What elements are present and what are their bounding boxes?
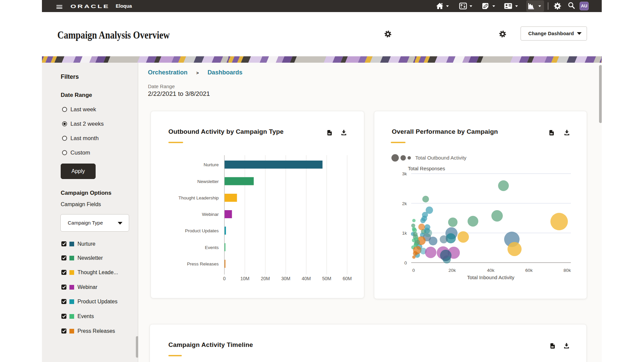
svg-text:Newsletter: Newsletter — [197, 179, 219, 184]
svg-text:Total Inbound Activity: Total Inbound Activity — [467, 275, 515, 280]
svg-text:Product Updates: Product Updates — [185, 228, 219, 233]
svg-text:2k: 2k — [402, 201, 407, 206]
svg-text:40k: 40k — [487, 268, 494, 273]
svg-text:0: 0 — [404, 260, 407, 265]
svg-text:60M: 60M — [342, 276, 352, 281]
svg-text:50M: 50M — [322, 276, 331, 281]
svg-text:20k: 20k — [448, 268, 456, 273]
svg-text:Total Outbound Activity: Total Outbound Activity — [415, 155, 467, 161]
svg-text:Total Responses: Total Responses — [408, 166, 445, 171]
svg-text:Thought Leadership: Thought Leadership — [178, 195, 219, 200]
svg-text:0: 0 — [223, 276, 226, 281]
svg-text:Webinar: Webinar — [202, 212, 219, 217]
svg-text:40M: 40M — [302, 276, 311, 281]
svg-text:Press Releases: Press Releases — [187, 261, 219, 266]
svg-text:0: 0 — [412, 268, 415, 273]
svg-text:60k: 60k — [525, 268, 533, 273]
svg-text:1k: 1k — [402, 231, 407, 236]
svg-text:Nurture: Nurture — [204, 162, 219, 167]
svg-text:10M: 10M — [240, 276, 249, 281]
svg-text:Events: Events — [205, 245, 219, 250]
svg-text:3k: 3k — [402, 171, 407, 176]
svg-text:80k: 80k — [564, 268, 571, 273]
svg-text:20M: 20M — [261, 276, 270, 281]
svg-text:30M: 30M — [281, 276, 290, 281]
